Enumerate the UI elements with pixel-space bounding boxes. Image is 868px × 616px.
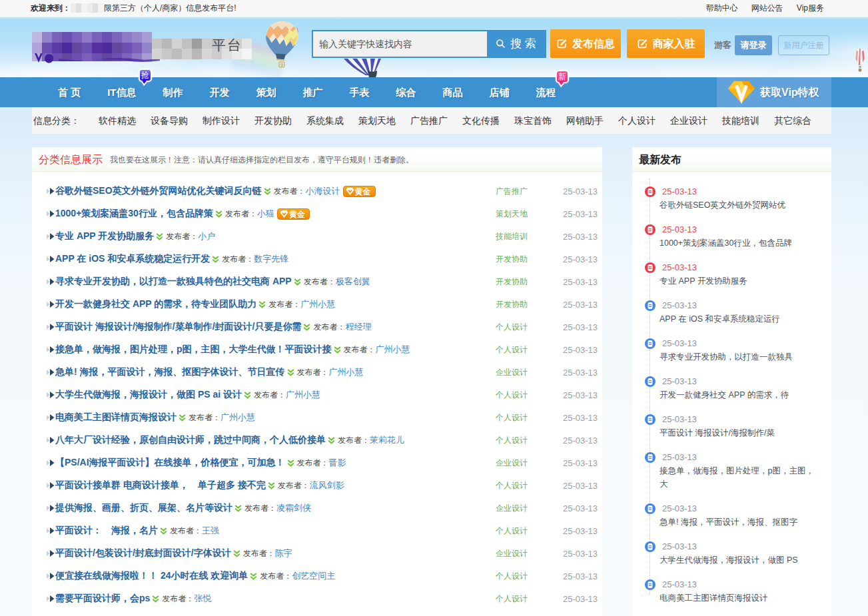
svg-text:9: 9 — [280, 63, 283, 67]
